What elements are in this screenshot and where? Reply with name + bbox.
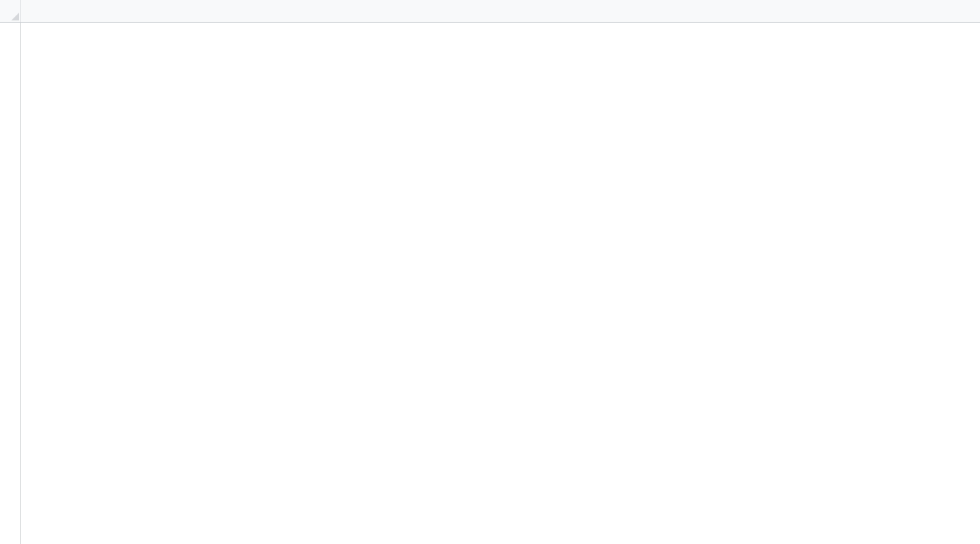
cell-part1-label[interactable] <box>306 103 378 123</box>
select-all-triangle-icon <box>11 13 19 20</box>
cell-header-year1[interactable] <box>164 143 235 163</box>
cell-a2-instruction[interactable] <box>21 43 728 63</box>
select-all-corner[interactable] <box>0 0 21 23</box>
cell-balance-sheet-title[interactable] <box>94 84 305 103</box>
column-header-row <box>0 0 980 23</box>
cell-category-label[interactable] <box>306 123 378 144</box>
spreadsheet <box>0 0 980 544</box>
cell-header-oif[interactable] <box>306 143 378 163</box>
cell-additional-info-heading[interactable] <box>21 465 235 484</box>
cell-header-year2[interactable] <box>94 143 164 163</box>
cell-date-label[interactable] <box>164 123 232 144</box>
cell-a1-title[interactable] <box>21 23 275 42</box>
row-header-column <box>0 23 21 544</box>
cell-k1-categories-title[interactable] <box>733 23 976 42</box>
cell-header-incdec[interactable] <box>235 143 306 163</box>
